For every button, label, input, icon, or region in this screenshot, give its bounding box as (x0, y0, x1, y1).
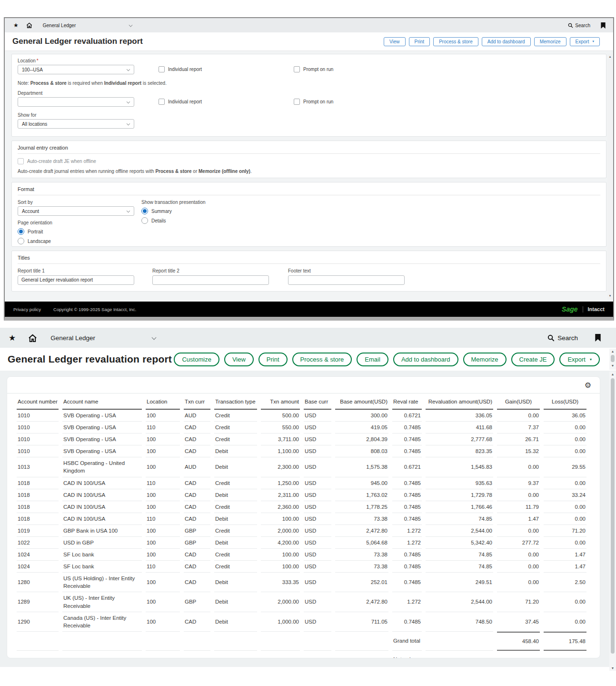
table-cell: USD (304, 592, 331, 612)
titles-section-title: Titles (18, 255, 600, 264)
prompt-on-run-option-dept[interactable]: Prompt on run (294, 99, 333, 105)
config-header: General Ledger revaluation report ViewPr… (5, 32, 613, 51)
table-cell: 71.20 (544, 525, 586, 537)
department-select[interactable] (18, 97, 134, 107)
bookmark-icon[interactable] (595, 334, 601, 342)
table-cell: 0.7485 (392, 501, 422, 513)
location-select[interactable]: 100--USA (18, 65, 134, 74)
table-cell: Debit (214, 592, 257, 612)
table-cell: 110 (146, 422, 180, 434)
individual-report-option-dept[interactable]: Individual report (159, 99, 202, 105)
report-title2-input[interactable] (152, 275, 269, 285)
table-cell: 7.37 (497, 422, 540, 434)
table-cell: CAD IN 100/USA (62, 513, 142, 525)
table-cell: Canada (US) - Inter Entity Receivable (62, 612, 142, 632)
scroll-down-icon[interactable]: ▼ (611, 363, 615, 368)
table-cell: 100 (146, 445, 180, 457)
filters-card: Location* 100--USA Individual report Pro… (11, 54, 606, 137)
table-cell: CAD (184, 489, 210, 501)
grand-total-label: Grand total (392, 632, 422, 651)
toolbar-button-view[interactable]: View (384, 37, 406, 46)
module-nav-dropdown[interactable]: General Ledger (37, 334, 156, 342)
table-cell: 1280 (17, 573, 59, 592)
toolbar-button-add-to-dashboard[interactable]: Add to dashboard (393, 353, 458, 366)
portrait-option[interactable]: Portrait (18, 228, 600, 235)
report-title2-label: Report title 2 (152, 268, 269, 273)
landscape-option[interactable]: Landscape (18, 238, 600, 244)
table-cell: Credit (214, 434, 257, 445)
table-cell (214, 651, 257, 658)
summary-option[interactable]: Summary (141, 208, 206, 214)
toolbar-button-view[interactable]: View (224, 353, 254, 366)
scroll-up-icon[interactable]: ▲ (611, 349, 615, 354)
bookmark-icon[interactable] (601, 22, 606, 29)
report-topbar: ★ General Ledger Search (0, 328, 616, 348)
auto-create-je-checkbox[interactable] (18, 158, 24, 164)
toolbar-button-memorize[interactable]: Memorize (463, 353, 507, 366)
details-radio[interactable] (141, 217, 148, 224)
toolbar-button-export[interactable]: Export▾ (570, 37, 600, 46)
table-cell: 823.35 (426, 445, 493, 457)
individual-report-checkbox[interactable] (159, 66, 165, 72)
prompt-on-run-option[interactable]: Prompt on run (294, 66, 333, 72)
summary-radio[interactable] (141, 208, 148, 214)
details-option[interactable]: Details (141, 217, 206, 224)
report-window: ★ General Ledger Search General Ledger r… (0, 328, 616, 674)
scroll-up-icon[interactable]: ▲ (611, 372, 615, 377)
module-nav-dropdown[interactable]: General Ledger (32, 23, 133, 28)
toolbar-button-process-store[interactable]: Process & store (292, 353, 352, 366)
table-cell: 1010 (17, 445, 59, 457)
home-icon[interactable] (28, 334, 37, 342)
config-scrollbar[interactable]: ▲ ▼ (607, 53, 613, 300)
table-cell: AUD (184, 457, 210, 477)
table-cell (62, 651, 142, 658)
header-scrollbar[interactable]: ▲ ▼ (609, 349, 616, 370)
gear-icon[interactable]: ⚙ (585, 381, 591, 390)
toolbar-button-create-je[interactable]: Create JE (511, 353, 555, 366)
toolbar-button-process-store[interactable]: Process & store (433, 37, 478, 46)
scroll-down-icon[interactable]: ▼ (609, 293, 612, 299)
location-label: Location* (18, 58, 600, 63)
prompt-on-run-checkbox-dept[interactable] (294, 99, 300, 105)
format-card: Format Sort by Account Page orientation … (11, 182, 606, 247)
home-icon[interactable] (26, 22, 32, 28)
table-cell: 9.37 (497, 477, 540, 489)
scrollbar-thumb[interactable] (611, 378, 615, 654)
toolbar-button-export[interactable]: Export▾ (559, 353, 600, 366)
individual-report-option[interactable]: Individual report (159, 66, 202, 72)
privacy-policy-link[interactable]: Privacy policy (13, 307, 41, 312)
toolbar-button-email[interactable]: Email (357, 353, 388, 366)
table-cell: 1,766.46 (426, 501, 493, 513)
landscape-radio[interactable] (18, 238, 24, 244)
table-cell: 73.38 (335, 513, 388, 525)
favorite-star-icon[interactable]: ★ (9, 333, 16, 343)
scrollbar-thumb[interactable] (611, 355, 615, 362)
toolbar-button-print[interactable]: Print (258, 353, 288, 366)
favorite-star-icon[interactable]: ★ (13, 22, 19, 29)
table-cell: CAD (184, 422, 210, 434)
report-title1-input[interactable] (18, 275, 134, 285)
toolbar-button-memorize[interactable]: Memorize (534, 37, 566, 46)
table-cell: 0.00 (544, 434, 586, 445)
portrait-radio[interactable] (18, 228, 24, 235)
toolbar-button-add-to-dashboard[interactable]: Add to dashboard (482, 37, 531, 46)
table-cell: 2,544.00 (426, 592, 493, 612)
toolbar-button-print[interactable]: Print (409, 37, 430, 46)
scroll-up-icon[interactable]: ▲ (609, 54, 612, 60)
auto-create-je-option[interactable]: Auto-create draft JE when offline (18, 158, 600, 164)
scroll-down-icon[interactable]: ▼ (611, 666, 615, 671)
table-cell: 1022 (17, 537, 59, 549)
search-button[interactable]: Search (568, 23, 590, 28)
toolbar-button-customize[interactable]: Customize (174, 353, 219, 366)
table-cell: 300.00 (335, 410, 388, 422)
body-scrollbar[interactable]: ▲ ▼ (609, 372, 616, 671)
search-button[interactable]: Search (547, 334, 578, 342)
sort-by-select[interactable]: Account (18, 206, 134, 216)
table-row: 1010SVB Operating - USA100CADDebit1,100.… (17, 445, 586, 457)
footer-text-input[interactable] (288, 275, 405, 285)
table-cell: 100 (146, 410, 180, 422)
table-cell: 252.01 (335, 573, 388, 592)
prompt-on-run-checkbox[interactable] (294, 66, 300, 72)
show-for-select[interactable]: All locations (18, 119, 134, 129)
individual-report-checkbox-dept[interactable] (159, 99, 165, 105)
